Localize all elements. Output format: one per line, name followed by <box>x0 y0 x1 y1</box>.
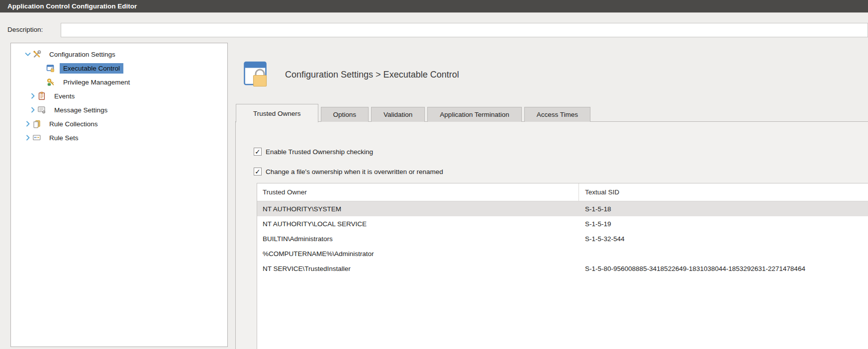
column-header-trusted-owner[interactable]: Trusted Owner <box>257 183 579 201</box>
tab-options[interactable]: Options <box>321 107 369 122</box>
cell-trusted-owner: NT SERVICE\TrustedInstaller <box>257 261 579 276</box>
tree-item-rule-collections[interactable]: Rule Collections <box>11 117 227 131</box>
chevron-right-icon[interactable] <box>24 120 32 128</box>
rule-set-icon <box>32 133 41 142</box>
configuration-tree: Configuration Settings Executable Contro… <box>10 43 228 347</box>
chevron-right-icon[interactable] <box>24 134 32 142</box>
tab-application-termination[interactable]: Application Termination <box>427 107 521 122</box>
checkbox-checked-icon[interactable]: ✓ <box>254 148 262 156</box>
checkbox-label: Change a file's ownership when it is ove… <box>266 168 443 175</box>
tree-item-events[interactable]: Events <box>11 89 227 103</box>
settings-tabstrip: Trusted Owners Options Validation Applic… <box>236 103 593 122</box>
table-row[interactable]: %COMPUTERNAME%\Administrator <box>257 246 868 261</box>
chevron-down-icon[interactable] <box>24 50 32 58</box>
table-row[interactable]: NT AUTHORITY\LOCAL SERVICE S-1-5-19 <box>257 216 868 231</box>
description-label: Description: <box>7 26 43 33</box>
chevron-right-icon[interactable] <box>29 106 37 114</box>
checkbox-label: Enable Trusted Ownership checking <box>266 148 373 156</box>
cell-trusted-owner: NT AUTHORITY\SYSTEM <box>257 201 579 216</box>
table-row[interactable]: NT AUTHORITY\SYSTEM S-1-5-18 <box>257 201 868 216</box>
cell-textual-sid: S-1-5-19 <box>579 216 868 231</box>
cell-trusted-owner: %COMPUTERNAME%\Administrator <box>257 246 579 261</box>
tab-access-times[interactable]: Access Times <box>524 107 590 122</box>
tab-validation[interactable]: Validation <box>371 107 425 122</box>
chevron-right-icon[interactable] <box>29 92 37 100</box>
enable-trusted-ownership-checkbox[interactable]: ✓ Enable Trusted Ownership checking <box>254 148 373 156</box>
cell-textual-sid: S-1-5-80-956008885-3418522649-1831038044… <box>579 261 868 276</box>
tree-item-configuration-settings[interactable]: Configuration Settings <box>11 47 227 61</box>
window-title: Application Control Configuration Editor <box>0 0 868 13</box>
clipboard-icon <box>37 91 46 100</box>
tree-item-label: Privilege Management <box>60 77 133 87</box>
documents-icon <box>32 119 41 128</box>
cell-textual-sid: S-1-5-18 <box>579 201 868 216</box>
tree-item-label: Events <box>51 91 78 101</box>
executable-control-icon <box>46 64 55 73</box>
tree-item-label-selected: Executable Control <box>60 63 123 74</box>
tree-item-label: Configuration Settings <box>46 49 119 60</box>
column-header-textual-sid[interactable]: Textual SID <box>579 183 868 201</box>
tree-item-rule-sets[interactable]: Rule Sets <box>11 131 227 145</box>
message-gear-icon <box>37 105 46 114</box>
tree-item-label: Message Settings <box>51 105 111 115</box>
executable-control-page-icon <box>244 61 273 87</box>
tab-trusted-owners[interactable]: Trusted Owners <box>236 104 318 122</box>
table-row[interactable]: NT SERVICE\TrustedInstaller S-1-5-80-956… <box>257 261 868 276</box>
description-input[interactable] <box>61 23 868 37</box>
cell-textual-sid <box>579 246 868 261</box>
tree-item-label: Rule Collections <box>46 119 101 129</box>
table-row[interactable]: BUILTIN\Administrators S-1-5-32-544 <box>257 231 868 246</box>
cell-trusted-owner: NT AUTHORITY\LOCAL SERVICE <box>257 216 579 231</box>
cell-textual-sid: S-1-5-32-544 <box>579 231 868 246</box>
tools-icon <box>32 50 41 59</box>
breadcrumb: Configuration Settings > Executable Cont… <box>285 70 459 80</box>
trusted-owners-table: Trusted Owner Textual SID NT AUTHORITY\S… <box>257 183 868 349</box>
cell-trusted-owner: BUILTIN\Administrators <box>257 231 579 246</box>
change-ownership-checkbox[interactable]: ✓ Change a file's ownership when it is o… <box>254 168 443 175</box>
checkbox-checked-icon[interactable]: ✓ <box>254 168 262 175</box>
tree-item-label: Rule Sets <box>46 133 82 143</box>
tree-item-executable-control[interactable]: Executable Control <box>11 61 227 75</box>
tree-item-message-settings[interactable]: Message Settings <box>11 103 227 117</box>
key-icon <box>46 78 55 87</box>
tree-item-privilege-management[interactable]: Privilege Management <box>11 75 227 89</box>
table-header: Trusted Owner Textual SID <box>257 183 868 201</box>
